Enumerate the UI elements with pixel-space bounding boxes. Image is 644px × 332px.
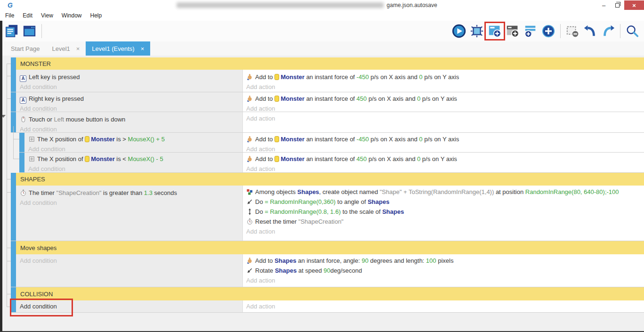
add-event-icon[interactable]: [488, 24, 502, 38]
actions-column: Among objects Shapes, create object name…: [242, 186, 644, 241]
add-condition-placeholder[interactable]: Add condition: [28, 164, 242, 174]
keyboard-icon: A: [20, 75, 26, 82]
add-action-placeholder[interactable]: Add action: [246, 227, 644, 236]
scale-icon: [246, 208, 253, 215]
event-bar: [19, 153, 24, 172]
add-action-placeholder[interactable]: Add action: [246, 275, 644, 285]
action[interactable]: Do = RandomInRange(0.8, 1.6) to the scal…: [246, 207, 644, 217]
add-condition-button[interactable]: Add condition: [20, 301, 242, 311]
action[interactable]: Rotate Shapes at speed 90deg/second: [246, 266, 644, 275]
event-bar: [11, 173, 16, 186]
actions-column: Add to Monster an instant force of -450 …: [242, 70, 644, 92]
add-standard-event-icon[interactable]: [541, 24, 555, 38]
toolbar: [0, 21, 644, 41]
minimize-button[interactable]: –: [597, 0, 611, 10]
event-left-key[interactable]: ALeft key is pressed Add condition Add t…: [11, 70, 644, 92]
add-action-placeholder[interactable]: Add action: [246, 164, 644, 172]
delete-event-icon[interactable]: [565, 24, 580, 38]
restore-icon: [615, 3, 620, 8]
window-controls: – ×: [597, 0, 644, 10]
conditions-column: The X position of Monster is < MouseX() …: [24, 153, 242, 172]
action[interactable]: Add to Monster an instant force of 450 p…: [246, 154, 644, 164]
window-title-filename: game.json.autosave: [386, 2, 437, 8]
scene-window-icon[interactable]: [23, 24, 37, 38]
action[interactable]: Do = RandomInRange(0,360) to angle of Sh…: [246, 197, 644, 207]
tree-branch: [7, 179, 11, 179]
event-shape-creation[interactable]: The timer "ShapeCreation" is greater tha…: [11, 186, 644, 241]
position-icon: [28, 136, 35, 143]
event-right-key[interactable]: ARight key is pressed Add condition Add …: [11, 92, 644, 112]
condition[interactable]: ALeft key is pressed: [20, 71, 242, 82]
window-title: game.json.autosave: [17, 2, 597, 8]
tab-close-icon[interactable]: ×: [76, 45, 80, 52]
event-move-shapes[interactable]: Add condition Add to Shapes an instant f…: [11, 254, 644, 287]
event-bar: [11, 287, 16, 300]
add-action-placeholder[interactable]: Add action: [246, 113, 644, 123]
tab-level1[interactable]: Level1×: [46, 41, 86, 56]
add-action-placeholder[interactable]: Add action: [246, 144, 644, 152]
menu-view[interactable]: View: [37, 10, 57, 21]
event-collision-empty[interactable]: Add condition Add action: [11, 300, 644, 313]
menu-window[interactable]: Window: [57, 10, 86, 21]
toolbar-separator: [560, 24, 561, 38]
add-condition-placeholder[interactable]: Add condition: [20, 82, 242, 92]
event-bar: [19, 133, 24, 152]
add-condition-placeholder[interactable]: Add condition: [20, 198, 242, 208]
tab-bar: Start Page Level1× Level1 (Events)×: [0, 41, 644, 56]
tree-branch: [7, 76, 11, 76]
tree-branch: [7, 307, 11, 307]
action[interactable]: Add to Monster an instant force of -450 …: [246, 134, 644, 144]
menu-help[interactable]: Help: [86, 10, 106, 21]
menu-edit[interactable]: Edit: [18, 10, 37, 21]
angle-arrow-icon: [246, 198, 253, 205]
close-button[interactable]: ×: [624, 0, 644, 10]
event-touch-mouse[interactable]: Touch or Left mouse button is down Add c…: [11, 112, 644, 133]
event-bar: [11, 186, 16, 241]
add-action-placeholder[interactable]: Add action: [246, 104, 644, 112]
group-title: MONSTER: [20, 60, 51, 67]
action[interactable]: Add to Shapes an instant force, angle: 9…: [246, 256, 644, 266]
action[interactable]: Reset the timer "ShapeCreation": [246, 217, 644, 227]
undo-icon[interactable]: [583, 24, 597, 38]
group-header-collision[interactable]: COLLISION: [11, 287, 644, 300]
menu-file[interactable]: File: [1, 10, 18, 21]
play-icon[interactable]: [452, 24, 466, 38]
debug-icon[interactable]: [470, 24, 484, 38]
condition[interactable]: The X position of Monster is < MouseX() …: [28, 154, 242, 164]
action[interactable]: Add to Monster an instant force of -450 …: [246, 71, 644, 82]
conditions-column: Add condition: [16, 300, 242, 312]
sub-event-xpos-less[interactable]: The X position of Monster is < MouseX() …: [19, 153, 644, 173]
add-sub-event-icon[interactable]: [506, 24, 520, 38]
tab-start-page[interactable]: Start Page: [5, 41, 46, 56]
action[interactable]: Add to Monster an instant force of 450 p…: [246, 94, 644, 104]
project-pages-icon[interactable]: [5, 24, 19, 38]
force-icon: [246, 155, 253, 162]
group-header-shapes[interactable]: SHAPES: [11, 173, 644, 186]
actions-column: Add to Monster an instant force of -450 …: [242, 133, 644, 152]
monster-object-icon: [85, 136, 89, 142]
add-condition-placeholder[interactable]: Add condition: [20, 256, 242, 266]
tree-branch: [13, 139, 19, 139]
condition[interactable]: ARight key is pressed: [20, 94, 242, 104]
search-icon[interactable]: [625, 24, 639, 38]
group-header-monster[interactable]: MONSTER: [11, 57, 644, 70]
condition[interactable]: The timer "ShapeCreation" is greater tha…: [20, 187, 242, 198]
action[interactable]: Among objects Shapes, create object name…: [246, 187, 644, 197]
condition[interactable]: The X position of Monster is > MouseX() …: [28, 134, 242, 144]
tab-close-icon[interactable]: ×: [141, 45, 145, 52]
toolbar-right-group: [450, 24, 641, 38]
sub-event-xpos-greater[interactable]: The X position of Monster is > MouseX() …: [19, 133, 644, 153]
tab-level1-events[interactable]: Level1 (Events)×: [86, 41, 150, 56]
restore-button[interactable]: [611, 0, 624, 10]
event-bar: [11, 92, 16, 112]
menu-bar: File Edit View Window Help: [0, 10, 644, 21]
redo-icon[interactable]: [601, 24, 615, 38]
add-comment-icon[interactable]: [523, 24, 538, 38]
condition[interactable]: Touch or Left mouse button is down: [20, 113, 242, 124]
group-header-move-shapes[interactable]: Move shapes: [11, 241, 644, 254]
add-action-placeholder[interactable]: Add action: [246, 301, 644, 311]
add-action-placeholder[interactable]: Add action: [246, 82, 644, 92]
tree-branch: [7, 98, 11, 99]
group-title: Move shapes: [20, 244, 56, 251]
conditions-column: ARight key is pressed Add condition: [16, 92, 242, 112]
